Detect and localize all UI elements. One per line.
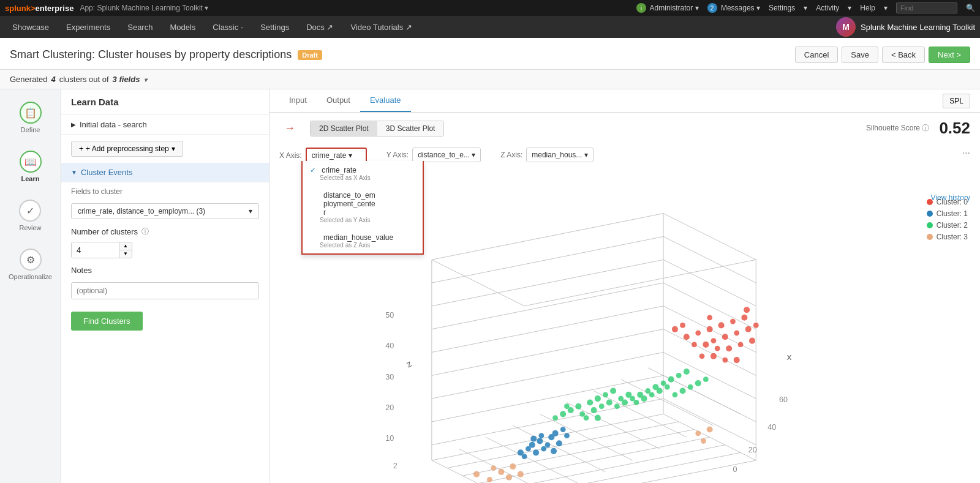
step-review[interactable]: ✓ Review (19, 200, 41, 231)
svg-line-24 (432, 236, 663, 283)
initial-data-tree-item[interactable]: ▶ Initial data - search (61, 115, 269, 135)
legend-dot-cluster-0 (927, 199, 933, 205)
steps-sidebar: 📋 Define 📖 Learn ✓ Review ⚙ Operationali… (0, 89, 61, 483)
help-item[interactable]: Help (860, 4, 875, 12)
y-axis-select[interactable]: distance_to_e... ▾ (412, 148, 481, 162)
chart-controls: → 2D Scatter Plot 3D Scatter Plot Silhou… (270, 113, 980, 144)
cancel-button[interactable]: Cancel (795, 47, 838, 63)
z-axis-select[interactable]: median_hous... ▾ (526, 148, 593, 162)
page-header: Smart Clustering: Cluster houses by prop… (0, 38, 980, 70)
svg-point-71 (579, 411, 585, 417)
check-icon: ✓ (310, 166, 316, 174)
tab-input[interactable]: Input (279, 89, 317, 112)
svg-line-33 (663, 260, 756, 306)
nav-video-tutorials[interactable]: Video Tutorials ↗ (343, 19, 419, 36)
nav-settings[interactable]: Settings (253, 19, 296, 36)
more-options-button[interactable]: ··· (962, 148, 970, 159)
fields-count[interactable]: 3 fields ▾ (113, 75, 147, 84)
nav-search[interactable]: Search (120, 19, 160, 36)
legend-cluster-0: Cluster: 0 (927, 198, 968, 206)
spl-button[interactable]: SPL (943, 94, 970, 108)
messages-item[interactable]: 2 Messages ▾ (707, 3, 760, 13)
step-define[interactable]: 📋 Define (20, 102, 42, 133)
admin-item[interactable]: i Administrator ▾ (636, 3, 699, 13)
svg-point-100 (722, 334, 728, 340)
svg-line-36 (663, 329, 756, 376)
spinner-down-button[interactable]: ▼ (119, 250, 132, 258)
svg-line-34 (663, 283, 756, 329)
x-axis-group: X Axis: crime_rate ▾ ✓ crime_rate Select… (279, 148, 367, 163)
nav-docs[interactable]: Docs ↗ (299, 19, 341, 36)
svg-line-20 (432, 214, 663, 260)
z-axis-label: Z Axis: (500, 151, 522, 159)
spinner-up-button[interactable]: ▲ (119, 242, 132, 250)
num-clusters-input[interactable] (72, 242, 119, 258)
find-clusters-button[interactable]: Find Clusters (71, 312, 143, 331)
svg-line-39 (663, 399, 756, 445)
activity-item[interactable]: Activity (816, 4, 839, 12)
legend-dot-cluster-3 (927, 234, 933, 240)
fields-to-cluster-label: Fields to cluster (61, 182, 269, 201)
tab-evaluate[interactable]: Evaluate (360, 89, 411, 112)
nav-showcase[interactable]: Showcase (5, 19, 56, 36)
add-preprocessing-button[interactable]: + + Add preprocessing step ▾ (71, 141, 183, 157)
svg-point-112 (734, 357, 740, 363)
svg-point-114 (672, 326, 678, 332)
red-arrow-icon: → (284, 122, 295, 135)
silhouette-label: Silhouette Score ⓘ (866, 123, 929, 133)
ml-app-title: Splunk Machine Learning Toolkit (861, 23, 975, 32)
svg-point-60 (610, 388, 616, 394)
svg-text:40: 40 (767, 423, 776, 432)
nav-classic[interactable]: Classic - (205, 19, 251, 36)
second-nav-bar: Showcase Experiments Search Models Class… (0, 16, 980, 38)
tab-output[interactable]: Output (317, 89, 360, 112)
svg-point-93 (707, 326, 713, 332)
scatter-3d-button[interactable]: 3D Scatter Plot (377, 121, 444, 136)
svg-line-28 (432, 329, 663, 376)
step-operationalize[interactable]: ⚙ Operationalize (9, 249, 52, 280)
next-button[interactable]: Next > (929, 47, 970, 63)
svg-point-132 (564, 433, 570, 438)
svg-point-129 (556, 440, 562, 446)
find-input[interactable] (896, 2, 957, 13)
cluster-events-tree-item[interactable]: ▼ Cluster Events (61, 163, 269, 182)
axis-controls: X Axis: crime_rate ▾ ✓ crime_rate Select… (270, 144, 980, 167)
svg-point-75 (614, 403, 620, 409)
svg-point-138 (695, 430, 701, 436)
back-button[interactable]: < Back (882, 47, 925, 63)
step-learn[interactable]: 📖 Learn (20, 151, 42, 182)
scatter-2d-button[interactable]: 2D Scatter Plot (311, 121, 377, 136)
svg-point-59 (603, 392, 608, 397)
legend-cluster-1: Cluster: 1 (927, 209, 968, 218)
svg-point-113 (680, 323, 685, 328)
fields-to-cluster-dropdown[interactable]: crime_rate, distance_to_employm... (3) ▾ (71, 203, 259, 219)
dropdown-item-median-house[interactable]: median_house_value Selected as Z Axis (303, 228, 423, 253)
svg-point-102 (745, 326, 752, 332)
svg-point-137 (518, 471, 524, 477)
svg-line-31 (432, 399, 663, 445)
right-panel: Input Output Evaluate SPL View history →… (270, 89, 980, 483)
header-actions: Cancel Save < Back Next > (795, 47, 970, 63)
nav-models[interactable]: Models (162, 19, 203, 36)
dropdown-item-distance[interactable]: distance_to_em ployment_cente r Selected… (303, 186, 423, 228)
nav-experiments[interactable]: Experiments (59, 19, 118, 36)
notes-input[interactable] (71, 282, 259, 299)
silhouette-info-icon[interactable]: ⓘ (922, 124, 929, 132)
page-title: Smart Clustering: Cluster houses by prop… (10, 48, 292, 61)
svg-point-56 (575, 403, 581, 410)
dropdown-item-crime-rate[interactable]: ✓ crime_rate Selected as X Axis (303, 161, 423, 186)
svg-point-139 (707, 427, 713, 433)
svg-point-124 (526, 446, 531, 452)
save-button[interactable]: Save (842, 47, 878, 63)
clusters-middle: clusters out of (59, 75, 109, 84)
admin-badge: i (636, 3, 646, 13)
step-review-icon: ✓ (19, 200, 41, 222)
svg-point-119 (537, 438, 543, 444)
svg-point-88 (695, 380, 701, 386)
svg-text:50: 50 (385, 311, 394, 320)
svg-point-63 (633, 400, 639, 405)
svg-line-38 (663, 375, 756, 422)
svg-text:10: 10 (385, 434, 394, 443)
tree-expand-icon: ▶ (71, 121, 76, 128)
settings-item[interactable]: Settings (769, 4, 795, 12)
